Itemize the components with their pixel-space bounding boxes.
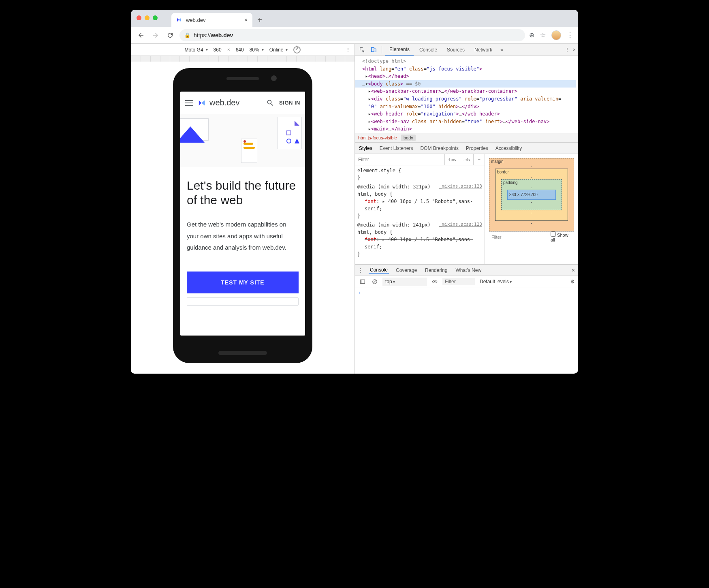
address-bar[interactable]: 🔒 https://web.dev xyxy=(179,29,525,41)
drawer-tab-rendering[interactable]: Rendering xyxy=(424,267,448,273)
site-header: web.dev SIGN IN xyxy=(180,92,305,114)
phone-home-icon xyxy=(218,351,267,355)
devtools-pane: Elements Console Sources Network » ⋮ × <… xyxy=(354,44,578,374)
url-text: https://web.dev xyxy=(194,32,233,38)
context-select[interactable]: top xyxy=(382,278,427,286)
hov-toggle[interactable]: :hov xyxy=(444,154,460,165)
console-settings-icon[interactable]: ⚙ xyxy=(570,279,575,284)
console-filter-input[interactable] xyxy=(442,278,475,285)
dimension-x: × xyxy=(227,47,230,53)
kebab-menu-icon[interactable]: ⋮ xyxy=(567,31,573,39)
browser-tab[interactable]: web.dev × xyxy=(171,13,252,27)
back-button[interactable] xyxy=(136,30,146,41)
crumb-leaf[interactable]: body xyxy=(401,135,416,141)
add-rule-icon[interactable]: ＋ xyxy=(473,154,485,165)
svg-marker-3 xyxy=(295,139,299,143)
reload-button[interactable] xyxy=(165,30,175,41)
menu-icon[interactable] xyxy=(185,100,193,106)
drawer-tab-console[interactable]: Console xyxy=(369,267,389,274)
zoom-select[interactable]: 80% xyxy=(250,47,264,53)
box-model-pane: margin - border - padding - 360 × 7729.7… xyxy=(485,154,578,264)
svg-rect-5 xyxy=(372,47,374,52)
profile-avatar[interactable] xyxy=(551,30,561,40)
triangle-icon xyxy=(295,121,299,126)
log-levels-select[interactable]: Default levels xyxy=(480,279,512,284)
svg-marker-1 xyxy=(295,121,299,126)
svg-rect-7 xyxy=(361,280,365,283)
site-logo[interactable]: web.dev xyxy=(198,98,240,107)
bookmark-icon[interactable]: ☆ xyxy=(540,31,546,39)
new-tab-button[interactable]: + xyxy=(254,14,265,26)
close-window-icon[interactable] xyxy=(137,15,141,20)
subtab-styles[interactable]: Styles xyxy=(359,145,372,151)
subtab-properties[interactable]: Properties xyxy=(466,145,488,151)
device-height[interactable]: 640 xyxy=(236,47,244,53)
box-border[interactable]: border - padding - 360 × 7729.700 - - xyxy=(495,169,568,221)
brand-text: web.dev xyxy=(209,98,240,107)
svg-line-10 xyxy=(374,280,376,283)
devtools-menu-icon[interactable]: ⋮ xyxy=(565,47,570,53)
css-rules[interactable]: element.style {}_mixins.scss:123@media (… xyxy=(355,165,485,264)
console-output[interactable]: › xyxy=(355,287,578,374)
subtab-accessibility[interactable]: Accessibility xyxy=(495,145,522,151)
webdev-mark-icon xyxy=(198,98,207,107)
search-icon[interactable] xyxy=(266,99,274,107)
tab-network[interactable]: Network xyxy=(470,44,496,56)
drawer-tab-coverage[interactable]: Coverage xyxy=(395,267,418,273)
clear-console-icon[interactable] xyxy=(370,277,379,286)
crumb-root[interactable]: html.js-focus-visible xyxy=(358,135,397,140)
ruler xyxy=(131,56,354,62)
elements-subpanel-tabs: Styles Event Listeners DOM Breakpoints P… xyxy=(355,143,578,154)
install-icon[interactable]: ⊕ xyxy=(529,31,534,39)
box-content[interactable]: 360 × 7729.700 xyxy=(507,190,556,200)
styles-filter-input[interactable] xyxy=(355,157,444,163)
live-expression-icon[interactable] xyxy=(430,277,439,286)
throttling-select[interactable]: Online xyxy=(269,47,288,53)
device-width[interactable]: 360 xyxy=(214,47,222,53)
dom-tree[interactable]: <!doctype html><html lang="en" class="js… xyxy=(355,56,578,133)
drawer-tab-whatsnew[interactable]: What's New xyxy=(454,267,483,273)
lock-icon: 🔒 xyxy=(184,32,190,38)
more-tabs-icon[interactable]: » xyxy=(498,47,506,53)
drawer-menu-icon[interactable]: ⋮ xyxy=(358,267,363,273)
subtab-dom-breakpoints[interactable]: DOM Breakpoints xyxy=(420,145,459,151)
hero-illustration xyxy=(180,114,305,167)
svg-marker-0 xyxy=(180,126,205,143)
triangle-up-icon xyxy=(295,139,299,143)
tab-title: web.dev xyxy=(186,17,205,23)
devtools-close-icon[interactable]: × xyxy=(573,47,576,53)
rotate-icon[interactable] xyxy=(293,46,301,53)
device-select[interactable]: Moto G4 xyxy=(185,47,208,53)
console-toolbar: top Default levels ⚙ xyxy=(355,276,578,287)
fullscreen-window-icon[interactable] xyxy=(153,15,158,20)
show-all-toggle[interactable]: Show all xyxy=(551,231,572,242)
sign-in-button[interactable]: SIGN IN xyxy=(279,100,300,106)
phone-speaker-icon xyxy=(226,77,259,80)
secondary-input[interactable] xyxy=(187,297,299,306)
tab-console[interactable]: Console xyxy=(415,44,441,56)
console-sidebar-icon[interactable] xyxy=(358,277,367,286)
cls-toggle[interactable]: .cls xyxy=(460,154,474,165)
minimize-window-icon[interactable] xyxy=(145,15,149,20)
styles-filter-bar: :hov .cls ＋ xyxy=(355,154,485,165)
forward-button[interactable] xyxy=(150,30,161,41)
toggle-device-icon[interactable] xyxy=(369,45,378,55)
inspect-element-icon[interactable] xyxy=(357,45,367,55)
titlebar: web.dev × + xyxy=(131,10,578,27)
test-site-button[interactable]: TEST MY SITE xyxy=(187,272,299,293)
device-emulation-pane: Moto G4 360 × 640 80% Online ⋮ xyxy=(131,44,354,374)
close-tab-icon[interactable]: × xyxy=(244,17,248,23)
box-padding[interactable]: padding - 360 × 7729.700 - xyxy=(501,179,562,210)
viewport[interactable]: web.dev SIGN IN xyxy=(180,92,305,336)
box-margin[interactable]: margin - border - padding - 360 × 7729.7… xyxy=(489,158,574,231)
computed-filter-input[interactable] xyxy=(491,235,547,239)
tab-sources[interactable]: Sources xyxy=(443,44,469,56)
toolbar: 🔒 https://web.dev ⊕ ☆ ⋮ xyxy=(131,27,578,44)
tab-elements[interactable]: Elements xyxy=(385,44,414,56)
window-controls xyxy=(137,15,158,20)
prompt-icon: › xyxy=(358,290,361,295)
drawer-close-icon[interactable]: × xyxy=(572,267,575,274)
subtab-event-listeners[interactable]: Event Listeners xyxy=(380,145,413,151)
dom-breadcrumb[interactable]: html.js-focus-visible body xyxy=(355,133,578,143)
device-toolbar-more-icon[interactable]: ⋮ xyxy=(346,47,350,53)
